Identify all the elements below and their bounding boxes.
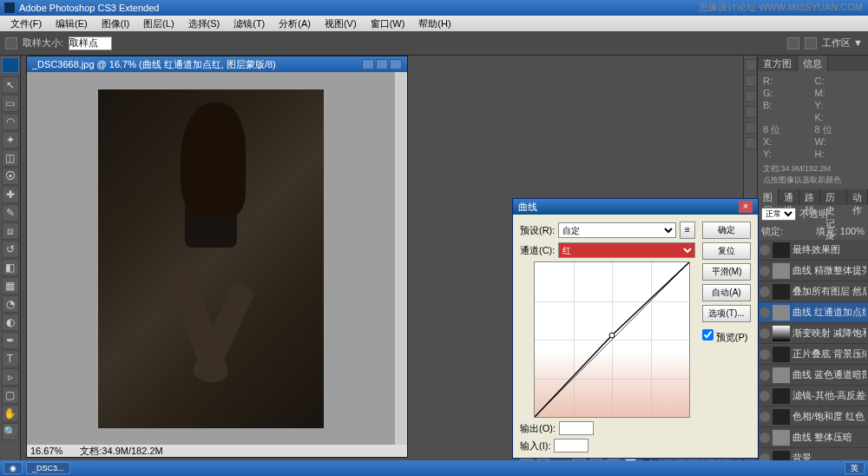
input-input[interactable]	[554, 439, 589, 453]
start-button[interactable]: ◉	[3, 462, 23, 474]
eraser-tool[interactable]: ◧	[2, 259, 19, 276]
zoom-level[interactable]: 16.67%	[30, 446, 62, 456]
ps-icon	[3, 2, 16, 14]
curves-titlebar[interactable]: 曲线 ×	[513, 199, 758, 215]
tab-histogram[interactable]: 直方图	[758, 56, 798, 71]
wand-tool[interactable]: ✦	[2, 131, 19, 149]
layer-item[interactable]: 色相/饱和度 红色	[758, 407, 868, 427]
visibility-icon[interactable]	[760, 391, 770, 401]
menu-view[interactable]: 视图(V)	[318, 16, 364, 32]
marquee-tool[interactable]: ▭	[2, 95, 19, 112]
dock-color-icon[interactable]	[745, 75, 757, 87]
dock-character-icon[interactable]	[745, 122, 757, 134]
tab-channels[interactable]: 通道	[779, 189, 799, 205]
menu-layer[interactable]: 图层(L)	[136, 16, 181, 32]
maximize-icon[interactable]	[376, 59, 388, 69]
path-tool[interactable]: ▹	[2, 368, 19, 386]
smooth-button[interactable]: 平滑(M)	[702, 263, 751, 281]
sample-size-input[interactable]	[69, 36, 112, 50]
tab-actions[interactable]: 动作	[847, 189, 868, 205]
crop-tool[interactable]: ◫	[2, 149, 19, 167]
auto-button[interactable]: 自动(A)	[702, 284, 751, 301]
taskbar-doc[interactable]: _DSC3...	[26, 462, 70, 474]
eyedropper-icon[interactable]	[5, 37, 17, 50]
move-tool[interactable]: ↖	[2, 76, 19, 94]
visibility-icon[interactable]	[760, 370, 770, 380]
curves-dialog: 曲线 × 预设(R): 自定 ≡ 通道(C): 红	[512, 198, 759, 459]
layer-item[interactable]: 最终效果图	[758, 240, 868, 261]
dodge-tool[interactable]: ◐	[2, 314, 19, 331]
menu-file[interactable]: 文件(F)	[3, 16, 49, 32]
ime-indicator[interactable]: 英	[845, 462, 865, 474]
menu-image[interactable]: 图像(I)	[95, 16, 136, 32]
document-canvas[interactable]	[27, 72, 395, 445]
lasso-tool[interactable]: ◠	[2, 113, 19, 130]
tab-info[interactable]: 信息	[798, 56, 828, 71]
layer-item[interactable]: 曲线 红通道加点红	[758, 302, 868, 323]
close-icon[interactable]	[390, 59, 402, 69]
blend-mode-select[interactable]: 正常	[761, 208, 796, 221]
curves-close-icon[interactable]: ×	[739, 201, 753, 213]
menu-help[interactable]: 帮助(H)	[411, 16, 457, 32]
layer-item[interactable]: 渐变映射 减降饱和	[758, 323, 868, 344]
preset-select[interactable]: 自定	[558, 222, 676, 238]
shape-tool[interactable]: ▢	[2, 387, 19, 404]
screen-mode-icon[interactable]	[805, 37, 817, 50]
tab-history[interactable]: 历史记录	[820, 189, 847, 205]
gradient-tool[interactable]: ▦	[2, 277, 19, 294]
layer-item[interactable]: 正片叠底 背景压缩	[758, 344, 868, 365]
layer-item[interactable]: 滤镜-其他-高反差保-叠加柔光	[758, 386, 868, 407]
menu-filter[interactable]: 滤镜(T)	[227, 16, 272, 32]
history-brush-tool[interactable]: ↺	[2, 241, 19, 258]
output-input[interactable]	[559, 421, 594, 435]
tab-paths[interactable]: 路径	[799, 189, 820, 205]
layers-panel: 正常 不透明 锁定: 填充: 100% 最终效果图 曲线 精微整体提亮 叠加所有…	[758, 205, 868, 469]
visibility-icon[interactable]	[760, 412, 770, 422]
curve-graph[interactable]	[534, 261, 690, 418]
visibility-icon[interactable]	[760, 266, 770, 276]
menu-select[interactable]: 选择(S)	[181, 16, 227, 32]
layer-item[interactable]: 曲线 蓝色通道暗部	[758, 365, 868, 386]
cancel-button[interactable]: 复位	[702, 242, 751, 260]
eyedropper-tool[interactable]: ⦿	[2, 168, 19, 185]
menu-analysis[interactable]: 分析(A)	[272, 16, 318, 32]
ok-button[interactable]: 确定	[702, 221, 751, 239]
stamp-tool[interactable]: ⧇	[2, 222, 19, 240]
brush-tool[interactable]: ✎	[2, 204, 19, 221]
options-button[interactable]: 选项(T)...	[702, 305, 751, 322]
pen-tool[interactable]: ✒	[2, 332, 19, 349]
menu-window[interactable]: 窗口(W)	[364, 16, 412, 32]
dock-swatches-icon[interactable]	[745, 90, 757, 102]
tab-layers[interactable]: 图层	[758, 189, 779, 205]
blur-tool[interactable]: ◔	[2, 295, 19, 313]
photo-content	[98, 89, 324, 428]
layer-item[interactable]: 曲线 精微整体提亮	[758, 261, 868, 281]
visibility-icon[interactable]	[760, 245, 770, 255]
dock-styles-icon[interactable]	[745, 106, 757, 118]
scrollbar-vertical[interactable]	[395, 72, 407, 445]
visibility-icon[interactable]	[760, 307, 770, 318]
visibility-icon[interactable]	[760, 328, 770, 339]
workspace-menu[interactable]: 工作区 ▼	[822, 36, 863, 50]
document-titlebar[interactable]: _DSC3668.jpg @ 16.7% (曲线 红通道加点红, 图层蒙版/8)	[27, 56, 407, 72]
preset-menu-icon[interactable]: ≡	[680, 221, 695, 239]
channel-label: 通道(C):	[520, 244, 555, 257]
type-tool[interactable]: T	[2, 350, 19, 367]
channel-select[interactable]: 红	[558, 242, 695, 258]
preview-checkbox[interactable]	[702, 329, 713, 340]
dock-navigator-icon[interactable]	[745, 59, 757, 71]
visibility-icon[interactable]	[760, 433, 770, 443]
healing-tool[interactable]: ✚	[2, 186, 19, 203]
zoom-tool[interactable]: 🔍	[2, 423, 19, 440]
minimize-icon[interactable]	[362, 59, 374, 69]
svg-line-1	[535, 335, 612, 417]
visibility-icon[interactable]	[760, 287, 770, 297]
menu-edit[interactable]: 编辑(E)	[49, 16, 95, 32]
hand-tool[interactable]: ✋	[2, 405, 19, 422]
menubar: 文件(F) 编辑(E) 图像(I) 图层(L) 选择(S) 滤镜(T) 分析(A…	[0, 16, 868, 31]
launch-bridge-icon[interactable]	[787, 37, 799, 50]
dock-paragraph-icon[interactable]	[745, 137, 757, 149]
layer-item[interactable]: 叠加所有图层 然后精修肤质感	[758, 281, 868, 302]
visibility-icon[interactable]	[760, 349, 770, 360]
layer-item[interactable]: 曲线 整体压暗	[758, 427, 868, 448]
